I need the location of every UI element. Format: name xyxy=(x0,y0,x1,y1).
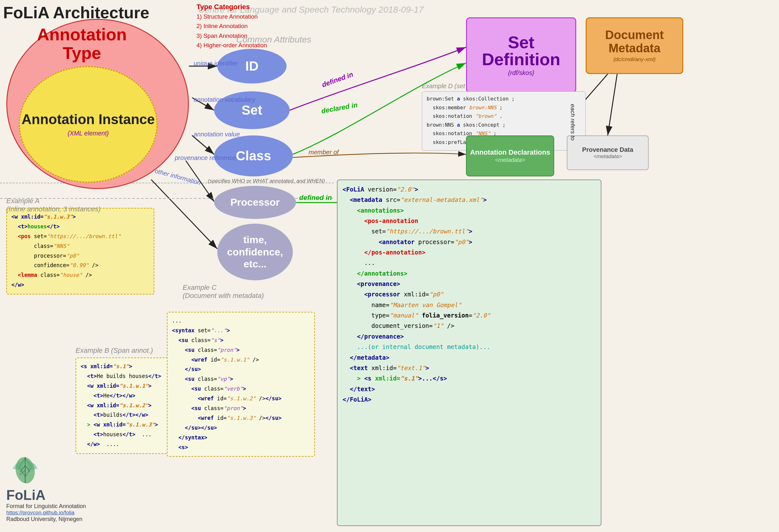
example-c-code-right: <FoLiA version="2.0"> <metadata src="ext… xyxy=(337,180,601,526)
label-annotation-vocab: annotation vocabulary xyxy=(194,96,255,103)
type-cat-2: 2) Inline Annotation xyxy=(196,21,267,31)
example-c-code-left: ... <syntax set="..."> <su class="s"> <s… xyxy=(167,312,315,457)
common-attrs-label: Common Attributes xyxy=(236,35,311,45)
provenance-data-title: Provenance Data xyxy=(582,146,633,154)
example-b-label: Example B (Span annot.) xyxy=(75,347,153,355)
annotation-type-label: Annotation Type xyxy=(19,25,145,63)
doc-metadata-sub: {dc/cmdi/any-xml} xyxy=(613,56,656,63)
folia-logo-text: FoLiA xyxy=(6,487,86,503)
folia-description: Format for Linguistic Annotation xyxy=(6,503,86,510)
svg-line-11 xyxy=(608,74,617,135)
label-annotation-value: annotation value xyxy=(194,131,240,138)
label-provenance-ref: provenance reference xyxy=(175,154,236,162)
folia-logo-area: FoLiA Format for Linguistic Annotation h… xyxy=(6,455,86,523)
doc-metadata-box: Document Metadata {dc/cmdi/any-xml} xyxy=(586,17,683,74)
page-title: FoLiA Architecture xyxy=(3,3,149,22)
section-divider xyxy=(0,183,334,183)
example-c-label: Example C (Document with metadata) xyxy=(183,284,264,300)
label-member-of: member of xyxy=(309,149,339,156)
folia-url[interactable]: https://proycon.github.io/folia xyxy=(6,510,86,516)
set-definition-sub: {rdf/skos} xyxy=(508,69,534,76)
label-other-info: other information xyxy=(154,167,202,186)
set-definition-title: Set Definition xyxy=(467,34,575,68)
label-unique-id: unique identifier xyxy=(194,60,238,67)
label-declared-in: declared in xyxy=(321,101,358,115)
node-time: time, confidence, etc... xyxy=(217,224,293,280)
doc-metadata-title: Document Metadata xyxy=(587,29,682,55)
who-label: (specifies WHO or WHAT annotated, and WH… xyxy=(208,178,325,184)
ann-declarations-sub: <metadata> xyxy=(495,157,525,164)
node-processor: Processor xyxy=(214,186,296,219)
example-a-code: <w xml:id="s.1.w.3"> <t>houses</t> <pos … xyxy=(6,208,154,295)
ann-declarations-title: Annotation Declarations xyxy=(470,149,550,157)
label-each-refers-to: each refers to xyxy=(569,104,576,140)
ann-declarations-box: Annotation Declarations <metadata> xyxy=(466,135,554,176)
type-cat-1: 1) Structure Annotation xyxy=(196,12,267,21)
provenance-data-sub: <metadata> xyxy=(594,154,622,160)
svg-line-6 xyxy=(192,135,214,154)
example-a-label: Example A (Inline annotation, 3 instance… xyxy=(6,197,101,213)
folia-logo-icon xyxy=(6,455,44,486)
svg-line-8 xyxy=(151,180,217,249)
set-definition-box: Set Definition {rdf/skos} xyxy=(466,17,576,93)
label-defined-in: defined in xyxy=(321,70,355,89)
label-defined-in-proc: defined in xyxy=(299,194,332,202)
annotation-instance-label: Annotation Instance xyxy=(22,112,155,127)
annotation-instance-circle: Annotation Instance {XML element} xyxy=(19,66,158,183)
provenance-data-box: Provenance Data <metadata> xyxy=(567,135,649,170)
annotation-instance-sub: {XML element} xyxy=(68,130,109,137)
folia-university: Radboud University, Nijmegen xyxy=(6,516,86,523)
